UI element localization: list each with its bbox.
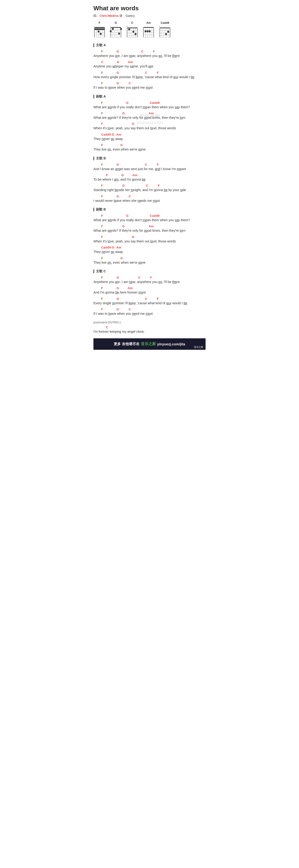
footer-small: 音乐之家 — [194, 346, 203, 349]
verse-b-line2: F G Am To be where I am, and I'm gonna b… — [93, 174, 206, 182]
section-bar5 — [93, 270, 94, 273]
chorus-a-line1: F G Cadd9 What are words if you really d… — [93, 101, 206, 110]
section-header-verse-c: 主歌 C — [93, 269, 206, 274]
svg-point-41 — [128, 28, 130, 30]
chorus-a-line3: F G When it's love, yeah, you say them o… — [93, 122, 206, 131]
singer-label: 唱： — [93, 14, 100, 18]
chord-cadd9: Cadd9 × — [159, 21, 171, 38]
verse-a-line2: C G Am Anytime you whisper my name, you'… — [93, 60, 206, 69]
section-chorus-b: 副歌 B F G Cadd9 What are words if you rea… — [93, 208, 206, 265]
verse-a-line3: F G C F How every single promise I'll ke… — [93, 71, 206, 80]
footer-bar: 更多 吉他谱尽在 音乐之家 yinyuezj.com/jita 音乐之家 — [93, 338, 206, 350]
section-bar — [93, 43, 94, 47]
verse-c-line3: F G C F Every single promise I'll keep, … — [93, 297, 206, 306]
section-title-verse-c: 主歌 C — [96, 269, 106, 274]
section-verse-c: 主歌 C F G C F Anywhere you are, I am near… — [93, 269, 206, 316]
footer-brand: 音乐之家 — [141, 342, 156, 346]
section-title-chorus-b: 副歌 B — [96, 208, 106, 212]
chorus-b-line1: F G Cadd9 What are words if you really d… — [93, 214, 206, 223]
svg-point-27 — [110, 30, 112, 32]
footer-prefix: 更多 吉他谱尽在 — [114, 342, 139, 346]
svg-rect-30 — [127, 28, 137, 28]
meta-info: 唱：Chris Medina 谱：Garbry — [93, 14, 206, 18]
section-bar4 — [93, 208, 94, 211]
verse-a-line4: F G C If I was to leave when you need me… — [93, 82, 206, 90]
svg-point-57 — [149, 30, 151, 32]
svg-point-43 — [135, 33, 136, 35]
svg-rect-44 — [143, 27, 154, 28]
svg-point-71 — [165, 33, 167, 35]
comment-text: {comment:OUTRO } — [93, 320, 206, 324]
svg-text:×: × — [159, 25, 160, 28]
footer-url: yinyuezj.com/jita — [157, 342, 185, 346]
svg-point-28 — [118, 33, 120, 34]
tab-author: Garbry — [126, 14, 135, 18]
verse-c-line1: F G C F Anywhere you are, I am near, any… — [93, 276, 206, 284]
svg-rect-59 — [160, 28, 170, 28]
tab-label: 谱： — [119, 14, 126, 18]
svg-point-25 — [112, 28, 114, 30]
section-header-verse-b: 主歌 B — [93, 156, 206, 160]
section-header-chorus-b: 副歌 B — [93, 208, 206, 212]
svg-rect-14 — [111, 27, 121, 28]
section-chorus-a: 副歌 A F G Cadd9 What are words if you rea… — [93, 94, 206, 152]
svg-point-70 — [167, 31, 169, 33]
singer-name: Chris Medina — [100, 14, 119, 18]
chorus-a-line2: F G Am What are words? If they're only f… — [93, 112, 206, 120]
svg-point-12 — [98, 31, 100, 32]
chorus-b-line3: F G When it's love, yeah, you say them o… — [93, 235, 206, 244]
svg-rect-0 — [94, 27, 105, 28]
section-header-verse-a: 主歌 A — [93, 43, 206, 48]
chord-c: C × — [126, 21, 138, 38]
section-title-verse-b: 主歌 B — [96, 156, 106, 160]
section-title-verse-a: 主歌 A — [96, 43, 106, 48]
section-bar2 — [93, 95, 94, 98]
svg-text:×: × — [126, 25, 128, 28]
svg-point-26 — [120, 28, 122, 30]
chorus-a-line5: F G They live on, even when we're gone — [93, 143, 206, 152]
svg-point-55 — [144, 30, 146, 32]
verse-c-line2: F G Am And I'm gonna be here forever mor… — [93, 286, 206, 295]
chorus-b-line5: F G They live on, even when we're gone — [93, 256, 206, 265]
svg-point-56 — [147, 30, 148, 32]
section-verse-a: 主歌 A F G C F Anywhere you are, I am near… — [93, 43, 206, 90]
chord-diagrams: F — [93, 21, 206, 38]
verse-b-line3: F G C F Standing right beside her tonigh… — [93, 184, 206, 192]
verse-c-line4: F G C If I was to leave when you need me… — [93, 308, 206, 316]
chorus-a-line4: Cadd9 G Am They never go away — [93, 133, 206, 142]
section-verse-b: 主歌 B F G C F And I know an angel was sen… — [93, 156, 206, 204]
svg-point-13 — [100, 33, 102, 35]
page-title: What are words — [93, 5, 206, 12]
verse-b-line1: F G C F And I know an angel was sent jus… — [93, 163, 206, 172]
section-outro: {comment:OUTRO } C I'm forever keeping m… — [93, 320, 206, 334]
section-title-chorus-a: 副歌 A — [96, 94, 106, 99]
main-content: What are words 唱：Chris Medina 谱：Garbry F — [93, 5, 206, 334]
chord-am: Am — [142, 21, 155, 38]
chorus-b-line4: Cadd9 G Am They never go away — [93, 246, 206, 254]
svg-point-42 — [132, 31, 134, 33]
verse-a-line1: F G C F Anywhere you are, I am near, any… — [93, 50, 206, 58]
svg-rect-11 — [94, 28, 105, 30]
outro-line: C I'm forever keeping my angel close. — [93, 326, 206, 334]
section-bar3 — [93, 157, 94, 160]
section-header-chorus-a: 副歌 A — [93, 94, 206, 99]
chord-f: F — [93, 21, 106, 38]
chord-g: G — [110, 21, 122, 38]
verse-b-line4: F G C I would never leave when she needs… — [93, 195, 206, 203]
chorus-b-line2: F G Am What are words? If they're only f… — [93, 224, 206, 233]
